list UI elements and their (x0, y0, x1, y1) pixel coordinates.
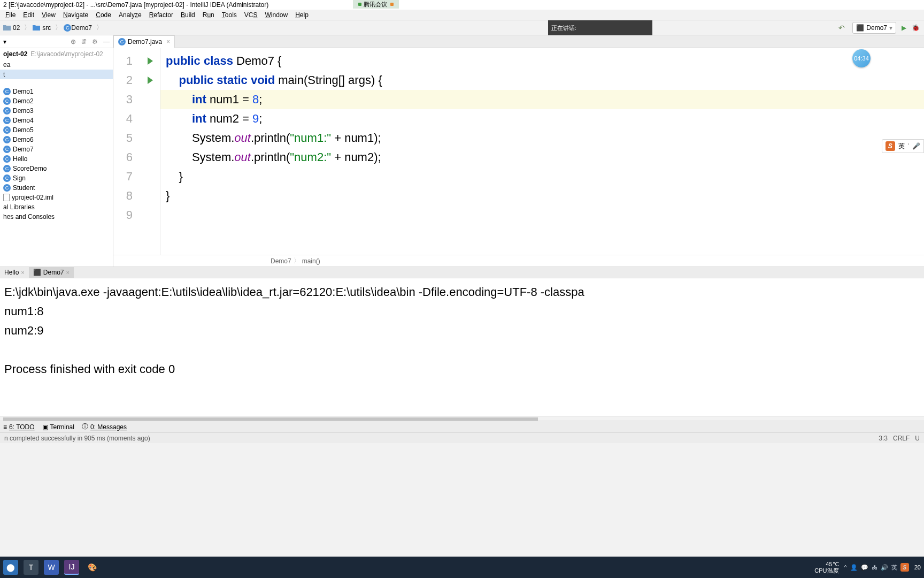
tree-file-demo4[interactable]: CDemo4 (0, 116, 113, 125)
run-line-icon[interactable] (148, 57, 153, 65)
menu-help[interactable]: Help (292, 10, 312, 20)
menu-build[interactable]: Build (178, 10, 198, 20)
console-output[interactable]: E:\jdk\bin\java.exe -javaagent:E:\utils\… (0, 278, 924, 416)
network-icon[interactable]: 🖧 (872, 564, 877, 571)
ime-lang-icon[interactable]: 英 (891, 564, 897, 572)
tree-file-student[interactable]: CStudent (0, 183, 113, 193)
meeting-talking-indicator: 正在讲话: (548, 20, 652, 35)
editor-tab-demo7[interactable]: C Demo7.java × (113, 35, 175, 48)
breadcrumb-label: 02 (13, 24, 20, 32)
console-scrollbar[interactable] (0, 416, 924, 421)
tab-label: Demo7.java (128, 38, 162, 45)
close-icon[interactable]: × (66, 269, 69, 276)
breadcrumb-label: src (42, 24, 51, 32)
class-icon: C (3, 146, 11, 153)
taskbar-app-2[interactable]: T (24, 560, 38, 575)
editor-breadcrumb: Demo7 〉 main() (113, 255, 924, 267)
run-gutter (140, 48, 160, 255)
window-title: 2 [E:\javacode\myproject-02] - ...\src\D… (3, 1, 268, 9)
taskbar-app-1[interactable]: ⬤ (3, 560, 18, 575)
close-icon[interactable]: × (166, 38, 170, 45)
code-editor[interactable]: 123 456 789 public class Demo7 { public … (113, 48, 924, 255)
mic-icon[interactable]: 🎤 (912, 142, 920, 150)
menu-tools[interactable]: Tools (219, 10, 240, 20)
project-root[interactable]: oject-02E:\javacode\myproject-02 (0, 48, 113, 60)
menu-view[interactable]: View (38, 10, 59, 20)
menu-analyze[interactable]: Analyze (116, 10, 145, 20)
clock[interactable]: 20 (914, 564, 921, 571)
crumb-class[interactable]: Demo7 (271, 257, 291, 265)
tool-window-tabs: ≡6: TODO ▣Terminal ⓘ0: Messages (0, 421, 924, 432)
close-icon[interactable]: × (21, 269, 24, 276)
file-label: Demo5 (13, 126, 34, 134)
class-icon: C (3, 174, 11, 182)
cpu-temp-widget[interactable]: 45℃CPU温度 (814, 561, 838, 574)
tree-file-hello[interactable]: CHello (0, 154, 113, 164)
tree-file-demo6[interactable]: CDemo6 (0, 135, 113, 144)
run-config-label: Demo7 (866, 24, 887, 32)
tree-file-demo5[interactable]: CDemo5 (0, 125, 113, 135)
timer-badge[interactable]: 04:34 (852, 49, 871, 67)
menu-navigate[interactable]: Navigate (60, 10, 91, 20)
taskbar-app-3[interactable]: W (44, 560, 59, 575)
tree-iml-file[interactable]: yproject-02.iml (0, 193, 113, 202)
menu-code[interactable]: Code (93, 10, 114, 20)
file-label: Demo7 (13, 146, 34, 153)
crumb-method[interactable]: main() (302, 257, 320, 265)
file-label: ScoreDemo (13, 165, 47, 172)
run-tab-demo7[interactable]: ⬛ Demo7× (29, 267, 74, 278)
tree-file-demo1[interactable]: CDemo1 (0, 87, 113, 96)
file-label: Sign (13, 174, 26, 182)
menu-refactor[interactable]: Refactor (146, 10, 176, 20)
tree-external-libs[interactable]: al Libraries (0, 202, 113, 212)
breadcrumb-label: Demo7 (71, 24, 92, 32)
menu-vcs[interactable]: VCS (241, 10, 261, 20)
class-icon: C (3, 126, 11, 134)
breadcrumb-project[interactable]: 02 (2, 22, 23, 34)
collapse-icon[interactable]: ⇵ (81, 38, 87, 45)
tree-folder-t[interactable]: t (0, 70, 113, 79)
taskbar-app-5[interactable]: 🎨 (84, 560, 99, 575)
taskbar-intellij[interactable]: IJ (64, 560, 79, 575)
tab-messages[interactable]: ⓘ0: Messages (82, 422, 127, 431)
tree-file-sign[interactable]: CSign (0, 173, 113, 183)
breadcrumb-file[interactable]: C Demo7 (63, 22, 95, 34)
tab-terminal[interactable]: ▣Terminal (42, 423, 74, 431)
run-button[interactable]: ▶ (902, 24, 906, 32)
menu-edit[interactable]: Edit (20, 10, 37, 20)
class-icon: C (3, 107, 11, 115)
gear-icon[interactable]: ⚙ (92, 38, 98, 45)
tab-todo[interactable]: ≡6: TODO (3, 423, 35, 431)
chat-icon[interactable]: 💬 (861, 564, 868, 571)
file-label: Demo3 (13, 107, 34, 115)
line-separator[interactable]: CRLF (893, 435, 910, 442)
tree-folder-ea[interactable]: ea (0, 60, 113, 70)
tree-scratches[interactable]: hes and Consoles (0, 212, 113, 222)
run-config-selector[interactable]: ⬛ Demo7 ▾ (852, 22, 896, 34)
tree-file-scoredemo[interactable]: CScoreDemo (0, 164, 113, 173)
target-icon[interactable]: ⊕ (71, 38, 76, 45)
tree-file-demo7[interactable]: CDemo7 (0, 144, 113, 154)
menu-file[interactable]: File (2, 10, 19, 20)
tree-file-demo3[interactable]: CDemo3 (0, 106, 113, 116)
menu-run[interactable]: Run (199, 10, 218, 20)
volume-icon[interactable]: 🔊 (881, 564, 888, 571)
run-tab-hello[interactable]: Hello× (0, 267, 29, 278)
tree-file-demo2[interactable]: CDemo2 (0, 96, 113, 106)
folder-icon (3, 25, 11, 31)
cursor-position[interactable]: 3:3 (879, 435, 888, 442)
project-dropdown[interactable]: ▾ (3, 38, 6, 45)
hide-icon[interactable]: — (103, 38, 110, 45)
run-line-icon[interactable] (148, 77, 153, 84)
back-arrow-icon[interactable]: ↶ (838, 24, 847, 32)
console-command: E:\jdk\bin\java.exe -javaagent:E:\utils\… (4, 283, 920, 302)
system-tray[interactable]: ^ 👤 💬 🖧 🔊 英 S (844, 563, 909, 572)
sogou-tray-icon[interactable]: S (900, 563, 909, 572)
people-icon[interactable]: 👤 (850, 564, 858, 571)
encoding[interactable]: U (915, 435, 920, 442)
chevron-up-icon[interactable]: ^ (844, 564, 847, 571)
menu-window[interactable]: Window (261, 10, 291, 20)
ime-toolbar[interactable]: S 英 ' 🎤 (882, 139, 924, 153)
breadcrumb-src[interactable]: src (32, 22, 54, 34)
debug-button[interactable]: 🐞 (912, 24, 920, 32)
